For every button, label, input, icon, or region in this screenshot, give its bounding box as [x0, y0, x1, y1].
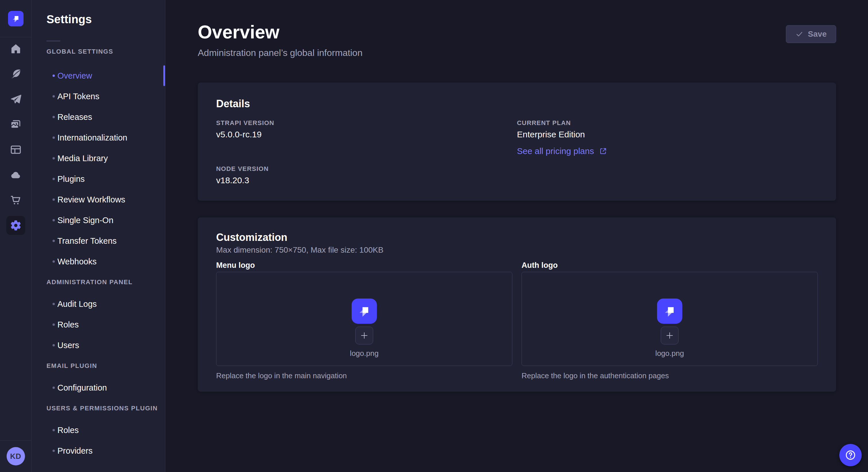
sidebar-item-label: Releases — [57, 112, 92, 122]
sidebar-item-webhooks[interactable]: Webhooks — [32, 251, 165, 272]
bullet-dot — [53, 386, 55, 389]
add-logo-button[interactable] — [355, 327, 373, 344]
strapi-logo-icon — [357, 304, 372, 318]
sidebar-item-admin-users[interactable]: Users — [32, 335, 165, 356]
nav-releases[interactable] — [6, 90, 25, 109]
cloud-icon — [10, 169, 22, 181]
home-icon — [10, 43, 22, 55]
bullet-dot — [53, 116, 55, 118]
nav-marketplace[interactable] — [6, 191, 25, 210]
nav-media-library[interactable] — [6, 115, 25, 134]
bullet-dot — [53, 429, 55, 431]
rail-spacer — [0, 235, 31, 440]
plus-icon — [665, 331, 674, 340]
sidebar-item-label: Audit Logs — [57, 299, 97, 309]
field-label: STRAPI VERSION — [216, 119, 517, 127]
sidebar-item-plugins[interactable]: Plugins — [32, 169, 165, 189]
field-label: NODE VERSION — [216, 165, 517, 173]
plus-icon — [360, 331, 369, 340]
menu-logo-dropzone: logo.png — [216, 272, 513, 366]
bullet-dot — [53, 95, 55, 98]
shopping-cart-icon — [10, 194, 22, 206]
field-value: v5.0.0-rc.19 — [216, 129, 517, 140]
sidebar-item-up-providers[interactable]: Providers — [32, 440, 165, 461]
section-users-permissions-plugin: USERS & PERMISSIONS PLUGIN — [46, 404, 165, 412]
help-button[interactable] — [839, 444, 862, 466]
paper-plane-icon — [10, 93, 22, 105]
email-plugin-list: Configuration — [32, 377, 165, 398]
bullet-dot — [53, 450, 55, 452]
field-value: v18.20.3 — [216, 175, 517, 186]
sidebar-item-single-sign-on[interactable]: Single Sign-On — [32, 210, 165, 231]
details-right-column: CURRENT PLAN Enterprise Edition See all … — [517, 119, 818, 186]
feather-icon — [10, 68, 22, 80]
sidebar-item-releases[interactable]: Releases — [32, 107, 165, 127]
auth-logo-preview — [657, 299, 682, 324]
details-card-title: Details — [216, 98, 818, 110]
sidebar-item-transfer-tokens[interactable]: Transfer Tokens — [32, 231, 165, 251]
bullet-dot — [53, 324, 55, 326]
customization-card-subtitle: Max dimension: 750×750, Max file size: 1… — [216, 245, 818, 255]
avatar[interactable]: KD — [7, 447, 25, 465]
pricing-plans-link[interactable]: See all pricing plans — [517, 146, 608, 157]
sidebar-item-label: Roles — [57, 426, 79, 435]
bullet-dot — [53, 198, 55, 201]
upload-caption: Replace the logo in the main navigation — [216, 371, 513, 380]
nav-cloud[interactable] — [6, 165, 25, 184]
sidebar-item-label: Providers — [57, 446, 93, 456]
current-plan-field: CURRENT PLAN Enterprise Edition — [517, 119, 818, 140]
administration-panel-list: Audit Logs Roles Users — [32, 294, 165, 356]
question-mark-icon — [844, 449, 857, 461]
icon-rail: KD — [0, 0, 32, 472]
subnav-divider — [46, 41, 60, 41]
auth-logo-upload: Auth logo logo.png Replace the logo in t… — [522, 261, 818, 380]
sidebar-item-label: Plugins — [57, 174, 85, 184]
users-permissions-list: Roles Providers — [32, 420, 165, 461]
layout-icon — [10, 144, 22, 156]
bullet-dot — [53, 157, 55, 160]
nav-home[interactable] — [6, 39, 25, 58]
add-logo-button[interactable] — [661, 327, 679, 344]
sidebar-item-label: Internationalization — [57, 133, 127, 142]
sidebar-item-api-tokens[interactable]: API Tokens — [32, 86, 165, 107]
menu-logo-preview — [352, 299, 377, 324]
bullet-dot — [53, 219, 55, 222]
upload-filename: logo.png — [655, 349, 684, 358]
sidebar-item-email-configuration[interactable]: Configuration — [32, 377, 165, 398]
save-button[interactable]: Save — [786, 25, 836, 43]
strapi-logo[interactable] — [8, 11, 24, 26]
external-link-icon — [599, 147, 608, 156]
details-left-column: STRAPI VERSION v5.0.0-rc.19 NODE VERSION… — [216, 119, 517, 186]
sidebar-item-label: Users — [57, 341, 79, 350]
sidebar-item-up-roles[interactable]: Roles — [32, 420, 165, 440]
strapi-logo-icon — [11, 14, 21, 24]
bullet-dot — [53, 344, 55, 346]
page-title: Overview — [198, 21, 363, 43]
sidebar-item-label: Media Library — [57, 154, 108, 163]
subnav-title: Settings — [32, 0, 165, 26]
sidebar-item-internationalization[interactable]: Internationalization — [32, 127, 165, 148]
upload-caption: Replace the logo in the authentication p… — [522, 371, 818, 380]
sidebar-item-admin-roles[interactable]: Roles — [32, 314, 165, 335]
sidebar-item-review-workflows[interactable]: Review Workflows — [32, 189, 165, 210]
active-item-indicator — [163, 65, 165, 86]
sidebar-item-audit-logs[interactable]: Audit Logs — [32, 294, 165, 314]
pricing-plans-link-label: See all pricing plans — [517, 146, 594, 157]
customization-card: Customization Max dimension: 750×750, Ma… — [198, 217, 836, 392]
details-grid: STRAPI VERSION v5.0.0-rc.19 NODE VERSION… — [216, 119, 818, 186]
nav-settings[interactable] — [6, 216, 25, 235]
nav-content-type-builder[interactable] — [6, 140, 25, 159]
sidebar-item-label: Configuration — [57, 383, 107, 393]
upload-filename: logo.png — [350, 349, 379, 358]
page-header-text: Overview Administration panel’s global i… — [198, 21, 363, 59]
menu-logo-upload: Menu logo logo.png Replace the logo in t… — [216, 261, 513, 380]
global-settings-list: Overview API Tokens Releases Internation… — [32, 65, 165, 272]
check-icon — [795, 30, 803, 38]
sidebar-item-media-library[interactable]: Media Library — [32, 148, 165, 169]
sidebar-item-label: Webhooks — [57, 257, 97, 266]
nav-content-manager[interactable] — [6, 65, 25, 83]
sidebar-item-label: API Tokens — [57, 92, 99, 101]
section-global-settings: GLOBAL SETTINGS — [46, 47, 165, 56]
bullet-dot — [53, 240, 55, 242]
sidebar-item-overview[interactable]: Overview — [32, 65, 165, 86]
